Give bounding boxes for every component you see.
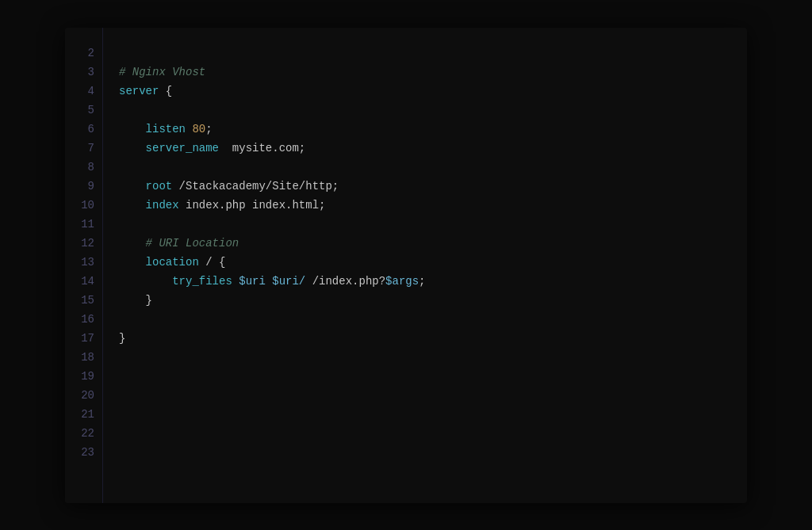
code-line	[119, 386, 731, 405]
token-value: / {	[199, 256, 226, 269]
code-line	[119, 424, 731, 443]
code-line	[119, 310, 731, 329]
line-number: 5	[88, 101, 94, 120]
line-number: 8	[88, 158, 94, 177]
line-number: 17	[81, 329, 94, 348]
code-line	[119, 215, 731, 234]
token-value	[266, 275, 272, 288]
token-value: }	[119, 332, 125, 345]
token-keyword: location	[119, 256, 199, 269]
line-number: 13	[81, 253, 94, 272]
code-line	[119, 101, 731, 120]
token-value: }	[119, 294, 152, 307]
line-number: 14	[81, 272, 94, 291]
line-number: 2	[88, 44, 94, 63]
line-number: 16	[81, 310, 94, 329]
token-keyword: server	[119, 85, 159, 97]
line-number: 22	[81, 424, 94, 443]
code-line: try_files $uri $uri/ /index.php?$args;	[119, 272, 731, 291]
code-line: server {	[119, 82, 731, 101]
line-number: 23	[81, 443, 94, 462]
token-keyword: listen	[119, 123, 186, 135]
token-variable: $uri	[239, 275, 266, 288]
line-number: 19	[81, 367, 94, 386]
token-value: /index.php?	[305, 275, 385, 288]
line-number: 15	[81, 291, 94, 310]
line-number: 11	[81, 215, 94, 234]
code-line: index index.php index.html;	[119, 196, 731, 215]
token-keyword: server_name	[119, 142, 219, 154]
code-line: # Nginx Vhost	[119, 63, 731, 82]
code-line	[119, 158, 731, 177]
token-number: 80	[192, 123, 205, 135]
line-number: 10	[81, 196, 94, 215]
code-line: location / {	[119, 253, 731, 272]
token-keyword: root	[119, 180, 172, 193]
line-number-gutter: 234567891011121314151617181920212223	[65, 28, 103, 503]
token-keyword: index	[119, 199, 179, 212]
token-comment: # Nginx Vhost	[119, 66, 205, 78]
code-line: }	[119, 329, 731, 348]
token-comment: # URI Location	[119, 237, 239, 250]
line-number: 4	[88, 82, 94, 101]
code-line: server_name mysite.com;	[119, 139, 731, 158]
code-line: root /Stackacademy/Site/http;	[119, 177, 731, 196]
line-number: 3	[88, 63, 94, 82]
token-value: /Stackacademy/Site/http;	[172, 180, 339, 193]
code-line	[119, 443, 731, 462]
code-line: }	[119, 291, 731, 310]
token-value	[232, 275, 239, 288]
token-value: mysite.com;	[219, 142, 305, 154]
code-line	[119, 367, 731, 386]
token-value: index.php index.html;	[179, 199, 326, 212]
code-line	[119, 44, 731, 63]
code-content: # Nginx Vhostserver { listen 80; server_…	[103, 28, 747, 503]
token-keyword: try_files	[119, 275, 232, 288]
line-number: 6	[88, 120, 94, 139]
token-variable: $args	[385, 275, 419, 288]
token-variable: $uri/	[272, 275, 305, 288]
line-number: 20	[81, 386, 94, 405]
token-value: {	[159, 85, 172, 97]
code-line: listen 80;	[119, 120, 731, 139]
code-line	[119, 405, 731, 424]
line-number: 12	[81, 234, 94, 253]
line-number: 9	[88, 177, 94, 196]
line-number: 7	[88, 139, 94, 158]
code-line	[119, 348, 731, 367]
line-number: 21	[81, 405, 94, 424]
line-number: 18	[81, 348, 94, 367]
code-line: # URI Location	[119, 234, 731, 253]
code-editor: 234567891011121314151617181920212223 # N…	[65, 28, 747, 503]
token-value: ;	[419, 275, 425, 288]
token-value: ;	[205, 123, 212, 135]
